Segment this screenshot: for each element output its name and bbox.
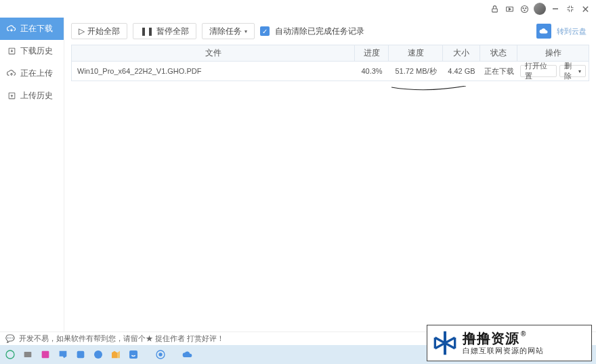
comment-icon: 💬 [5, 334, 15, 343]
sidebar-item-label: 正在上传 [20, 68, 53, 79]
status-text: 开发不易，如果软件有帮到您，请留个★ 捉住作者 打赏好评！ [19, 334, 224, 344]
minimize-icon[interactable] [550, 3, 561, 14]
taskbar-item[interactable] [154, 348, 167, 361]
sidebar-item-upload-history[interactable]: 上传历史 [0, 85, 64, 107]
start-all-button[interactable]: ▷开始全部 [71, 23, 127, 39]
delete-button[interactable]: 删除▾ [559, 65, 586, 77]
watermark: 撸撸资源® 白嫖互联网资源的网站 [427, 325, 592, 361]
main: ▷开始全部 ❚❚暂停全部 清除任务▾ ✓ 自动清除已完成任务记录 转到云盘 文件… [64, 18, 596, 332]
svg-rect-16 [129, 350, 137, 359]
svg-rect-13 [42, 351, 49, 359]
goto-cloud-button[interactable]: 转到云盘 [536, 24, 589, 39]
svg-point-18 [159, 353, 162, 356]
taskbar-item[interactable] [92, 348, 104, 361]
taskbar-item[interactable] [4, 348, 16, 361]
svg-point-3 [523, 7, 524, 8]
sidebar-item-label: 下载历史 [20, 45, 53, 57]
app-body: 正在下载 下载历史 正在上传 上传历史 ▷开始全部 ❚❚暂停全部 清除任务▾ ✓… [0, 18, 596, 332]
svg-point-15 [94, 350, 102, 359]
taskbar-item[interactable] [57, 348, 69, 361]
taskbar-item[interactable] [110, 348, 122, 361]
table-header: 文件 进度 速度 大小 状态 操作 [72, 45, 589, 62]
titlebar [0, 0, 596, 18]
list-up-icon [7, 91, 16, 100]
taskbar-item[interactable] [74, 348, 87, 361]
chevron-down-icon: ▾ [244, 28, 247, 35]
cell-progress: 40.3% [355, 67, 389, 75]
open-location-button[interactable]: 打开位置 [520, 65, 557, 77]
cell-status: 正在下载 [480, 66, 517, 76]
sidebar-item-download-history[interactable]: 下载历史 [0, 40, 64, 62]
svg-rect-12 [24, 352, 32, 357]
pause-icon: ❚❚ [140, 26, 154, 36]
registered-icon: ® [521, 330, 526, 338]
toolbar: ▷开始全部 ❚❚暂停全部 清除任务▾ ✓ 自动清除已完成任务记录 转到云盘 [71, 23, 589, 39]
cell-size: 4.42 GB [443, 67, 480, 75]
th-file[interactable]: 文件 [72, 45, 355, 61]
sidebar-item-uploading[interactable]: 正在上传 [0, 62, 64, 85]
watermark-logo-icon [431, 329, 459, 357]
auto-clear-checkbox[interactable]: ✓ [260, 26, 270, 36]
pause-all-button[interactable]: ❚❚暂停全部 [133, 23, 196, 39]
sidebar: 正在下载 下载历史 正在上传 上传历史 [0, 18, 64, 332]
svg-point-5 [524, 9, 524, 10]
svg-point-4 [525, 7, 526, 8]
table-row[interactable]: Win10_Pro_x64_22H2_V1.GHO.PDF 40.3% 51.7… [72, 62, 589, 81]
sidebar-item-label: 上传历史 [20, 90, 53, 101]
auto-clear-label: 自动清除已完成任务记录 [275, 26, 364, 37]
cloud-icon [536, 24, 551, 39]
cell-ops: 打开位置 删除▾ [517, 65, 589, 77]
cloud-up-icon [7, 69, 16, 78]
taskbar-item[interactable] [22, 348, 34, 361]
th-speed[interactable]: 速度 [389, 45, 443, 61]
download-table: 文件 进度 速度 大小 状态 操作 Win10_Pro_x64_22H2_V1.… [71, 45, 589, 81]
taskbar-item[interactable] [127, 348, 140, 361]
th-status[interactable]: 状态 [480, 45, 517, 61]
taskbar-item[interactable] [182, 348, 194, 361]
svg-point-2 [521, 5, 528, 12]
clear-tasks-button[interactable]: 清除任务▾ [202, 23, 255, 39]
close-icon[interactable] [580, 3, 591, 14]
video-icon[interactable] [504, 3, 515, 14]
cell-file: Win10_Pro_x64_22H2_V1.GHO.PDF [72, 67, 355, 75]
restore-icon[interactable] [565, 3, 576, 14]
watermark-subtitle: 白嫖互联网资源的网站 [463, 346, 544, 355]
play-icon: ▷ [79, 26, 85, 36]
th-ops[interactable]: 操作 [517, 45, 589, 61]
th-size[interactable]: 大小 [443, 45, 480, 61]
skin-icon[interactable] [519, 3, 530, 14]
watermark-title: 撸撸资源® [463, 330, 544, 346]
th-progress[interactable]: 进度 [355, 45, 389, 61]
svg-rect-14 [77, 351, 85, 359]
lock-icon[interactable] [489, 3, 500, 14]
cloud-down-icon [7, 24, 16, 34]
cell-speed: 51.72 MB/秒 [389, 66, 443, 76]
list-down-icon [7, 47, 16, 55]
sidebar-item-label: 正在下载 [20, 23, 53, 35]
svg-point-11 [6, 350, 14, 359]
avatar[interactable] [534, 3, 546, 15]
taskbar-item[interactable] [39, 348, 51, 361]
sidebar-item-downloading[interactable]: 正在下载 [0, 18, 64, 40]
chevron-down-icon: ▾ [578, 68, 581, 74]
svg-rect-0 [492, 8, 497, 12]
